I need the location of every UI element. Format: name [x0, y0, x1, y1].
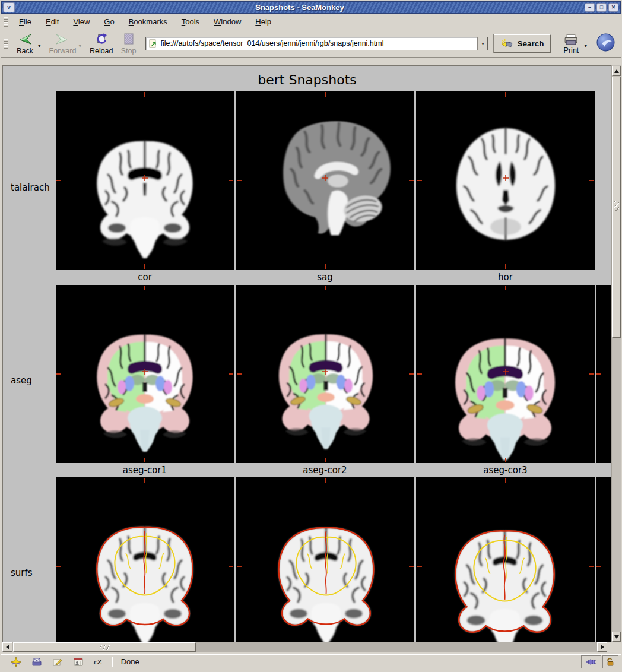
scroll-down-button[interactable] [612, 632, 621, 642]
mail-icon[interactable] [31, 657, 42, 667]
forward-dropdown-arrow[interactable]: ▾ [78, 43, 81, 49]
forward-icon [55, 33, 69, 46]
chatzilla-icon[interactable]: cZ [94, 657, 102, 667]
menu-window[interactable]: Window [207, 15, 248, 28]
brain-coronal-image [56, 91, 234, 270]
row-label-aseg: aseg [11, 375, 32, 386]
back-dropdown-arrow[interactable]: ▾ [38, 43, 41, 49]
brain-aseg-image [417, 285, 595, 463]
row-label-surfs: surfs [11, 568, 33, 578]
window-title: Snapshots - SeaMonkey [15, 3, 585, 12]
page-title: bert Snapshots [3, 72, 611, 87]
caption-aseg-cor1: aseg-cor1 [56, 464, 234, 477]
menu-tools[interactable]: Tools [174, 15, 207, 28]
brain-surfaces-image [56, 477, 234, 642]
maximize-button[interactable]: □ [596, 3, 607, 12]
system-menu-button[interactable]: v [3, 2, 15, 12]
reload-icon [94, 33, 109, 46]
image-aseg-cor4-partial [596, 285, 611, 463]
caption-aseg-cor2: aseg-cor2 [236, 464, 414, 477]
scroll-left-button[interactable] [2, 642, 12, 652]
menu-help[interactable]: Help [248, 15, 278, 28]
image-talairach-cor [56, 91, 234, 270]
back-icon [18, 33, 32, 46]
navigator-icon[interactable] [11, 657, 21, 667]
row-label-talairach: talairach [11, 182, 50, 193]
address-book-icon[interactable] [73, 657, 84, 667]
image-aseg-cor1 [56, 285, 234, 463]
stop-icon [122, 33, 136, 46]
plug-icon [585, 658, 598, 665]
minimize-button[interactable]: – [585, 3, 595, 12]
back-button[interactable]: Back [12, 31, 38, 56]
online-status-indicator[interactable] [581, 655, 601, 668]
image-talairach-sag [236, 91, 414, 270]
caption-sag: sag [236, 271, 414, 284]
brain-surfaces-partial-image [596, 477, 611, 642]
image-aseg-cor3 [416, 285, 595, 463]
caption-aseg-cor3: aseg-cor3 [416, 464, 595, 477]
image-surfs-cor3 [416, 477, 595, 642]
menu-file[interactable]: File [12, 15, 39, 28]
image-surfs-cor1 [56, 477, 234, 642]
navigation-toolbar: Back ▾ Forward ▾ Reload [1, 30, 621, 58]
brain-aseg-partial-image [596, 285, 611, 463]
component-bar: cZ [1, 654, 112, 669]
image-talairach-hor [416, 91, 595, 270]
menubar: File Edit View Go Bookmarks Tools Window… [1, 14, 621, 29]
url-bar: ▾ [145, 37, 488, 50]
menubar-grippy[interactable] [4, 16, 8, 27]
brain-aseg-image [236, 285, 414, 463]
statusbar-separator [112, 657, 113, 667]
window-controls: – □ ✕ [585, 3, 618, 12]
menu-bookmarks[interactable]: Bookmarks [122, 15, 174, 28]
titlebar: v Snapshots - SeaMonkey – □ ✕ [1, 1, 621, 14]
seamonkey-logo[interactable] [596, 33, 615, 54]
menu-go[interactable]: Go [97, 15, 121, 28]
scroll-right-button[interactable] [597, 642, 607, 652]
toolbar-lower-strip [1, 58, 621, 65]
image-aseg-cor2 [236, 285, 414, 463]
url-dropdown-button[interactable]: ▾ [477, 37, 487, 50]
image-surfs-cor4-partial [596, 477, 611, 642]
vertical-scrollbar-thumb[interactable] [612, 77, 621, 338]
horizontal-scrollbar[interactable] [2, 642, 607, 652]
security-indicator[interactable] [602, 655, 618, 668]
brain-sagittal-image [236, 91, 414, 270]
composer-icon[interactable] [52, 657, 63, 667]
browser-window: v Snapshots - SeaMonkey – □ ✕ File Edit … [0, 0, 622, 672]
close-button[interactable]: ✕ [608, 3, 618, 12]
print-dropdown-arrow[interactable]: ▾ [584, 43, 587, 49]
menu-edit[interactable]: Edit [39, 15, 66, 28]
brain-surfaces-image [236, 477, 414, 642]
toolbar-grippy[interactable] [4, 38, 8, 49]
brain-axial-image [417, 91, 595, 270]
image-surfs-cor2 [236, 477, 414, 642]
print-icon [563, 34, 579, 45]
print-button[interactable]: Print [558, 32, 584, 55]
brain-aseg-image [56, 285, 234, 463]
page-viewport: bert Snapshots talairach aseg surfs cor … [2, 65, 611, 642]
vertical-scrollbar[interactable] [611, 65, 621, 642]
seamonkey-globe-icon [596, 33, 615, 52]
horizontal-scrollbar-thumb[interactable] [13, 642, 196, 652]
caption-hor: hor [416, 271, 595, 284]
unlocked-padlock-icon [606, 657, 615, 667]
page-bookmark-icon [148, 39, 157, 48]
forward-button[interactable]: Forward [47, 31, 79, 56]
url-input[interactable] [160, 39, 478, 47]
brain-surfaces-image [417, 477, 595, 642]
search-button[interactable]: Search [494, 34, 551, 53]
stop-button[interactable]: Stop [116, 31, 142, 56]
scroll-up-button[interactable] [612, 66, 621, 76]
statusbar: cZ Done [1, 654, 621, 669]
search-icon [501, 39, 514, 49]
status-text: Done [121, 657, 581, 666]
reload-button[interactable]: Reload [87, 31, 116, 56]
caption-cor: cor [56, 271, 234, 284]
menu-view[interactable]: View [66, 15, 97, 28]
